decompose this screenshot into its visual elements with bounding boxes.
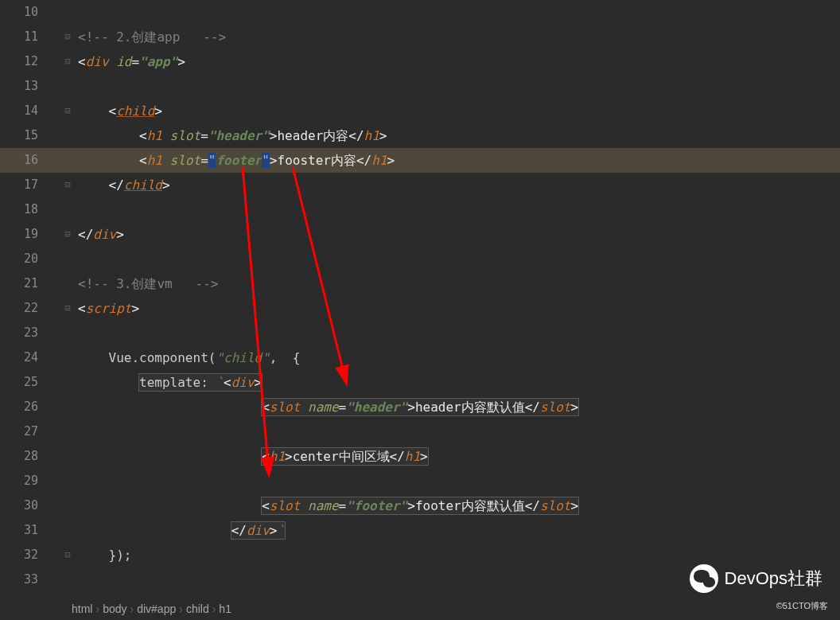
code-line[interactable]: <!-- 3.创建vm --> bbox=[78, 271, 840, 296]
code-line[interactable] bbox=[78, 321, 840, 345]
code-line[interactable]: <child> bbox=[78, 99, 840, 123]
gutter: 1011121314151617181920212223242526272829… bbox=[0, 0, 46, 589]
code-line[interactable]: <!-- 2.创建app --> bbox=[78, 25, 840, 49]
code-line[interactable] bbox=[78, 247, 840, 271]
crumb-item[interactable]: html bbox=[72, 602, 92, 615]
code-line[interactable] bbox=[78, 197, 840, 222]
code-line[interactable] bbox=[78, 0, 840, 25]
crumb-item[interactable]: h1 bbox=[219, 602, 231, 615]
code-area[interactable]: <!-- 2.创建app --> <div id="app"> <child> … bbox=[78, 0, 840, 592]
fold-column: ⊟⊟⊟⊟⊟⊟⊟ bbox=[60, 0, 76, 589]
crumb-item[interactable]: div#app bbox=[137, 602, 176, 615]
wechat-badge: DevOps社群 bbox=[690, 564, 822, 593]
code-line[interactable]: <div id="app"> bbox=[78, 49, 840, 74]
brand-text: DevOps社群 bbox=[725, 567, 822, 591]
code-line[interactable]: </div> bbox=[78, 222, 840, 247]
code-line-active[interactable]: <h1 slot="footer">fooster内容</h1> bbox=[78, 148, 840, 173]
breadcrumb[interactable]: html›body›div#app›child›h1 bbox=[72, 602, 231, 615]
code-line[interactable] bbox=[78, 74, 840, 99]
code-line[interactable]: <h1>center中间区域</h1> bbox=[78, 444, 840, 469]
watermark: ©51CTO博客 bbox=[776, 600, 828, 612]
code-line[interactable]: </div>` bbox=[78, 518, 840, 543]
code-line[interactable]: <slot name="header">header内容默认值</slot> bbox=[78, 395, 840, 419]
code-line[interactable]: template: `<div> bbox=[78, 370, 840, 395]
wechat-icon bbox=[690, 564, 718, 593]
code-editor[interactable]: 1011121314151617181920212223242526272829… bbox=[0, 0, 840, 589]
code-line[interactable] bbox=[78, 469, 840, 493]
code-line[interactable]: <h1 slot="header">header内容</h1> bbox=[78, 123, 840, 148]
code-line[interactable]: Vue.component("child", { bbox=[78, 345, 840, 370]
code-line[interactable]: </child> bbox=[78, 173, 840, 197]
crumb-item[interactable]: child bbox=[186, 602, 209, 615]
code-line[interactable]: <slot name="footer">footer内容默认值</slot> bbox=[78, 493, 840, 518]
crumb-item[interactable]: body bbox=[103, 602, 126, 615]
code-line[interactable] bbox=[78, 419, 840, 444]
code-line[interactable]: <script> bbox=[78, 296, 840, 321]
